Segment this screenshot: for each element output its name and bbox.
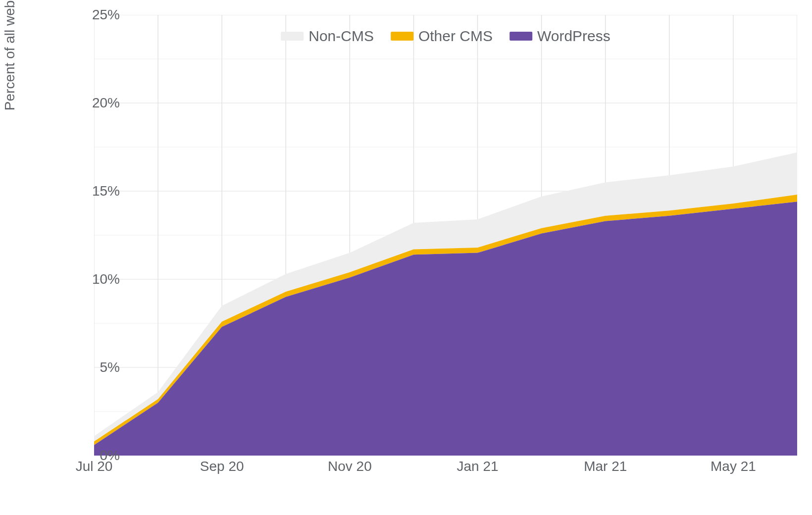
y-axis-label: Percent of all websites that use native …	[2, 0, 18, 110]
chart: Percent of all websites that use native …	[10, 10, 802, 505]
y-tick-label: 20%	[92, 95, 124, 111]
legend-swatch	[391, 32, 413, 41]
legend-item: Other CMS	[391, 28, 493, 45]
x-tick-label: Mar 21	[584, 459, 627, 474]
legend-item: WordPress	[509, 28, 610, 45]
legend-swatch	[281, 32, 304, 41]
legend-label: Other CMS	[418, 28, 493, 45]
x-tick-label: Jan 21	[457, 459, 498, 474]
x-tick-label: May 21	[710, 459, 756, 474]
legend-label: Non-CMS	[308, 28, 374, 45]
y-tick-label: 15%	[92, 183, 124, 199]
legend-swatch	[509, 32, 532, 41]
y-tick-label: 5%	[100, 360, 124, 375]
x-tick-label: Sep 20	[200, 459, 244, 474]
legend-label: WordPress	[537, 28, 610, 45]
x-tick-label: Jul 20	[76, 459, 113, 474]
plot-svg	[94, 15, 797, 456]
plot-wrap: Non-CMSOther CMSWordPress 0%5%10%15%20%2…	[59, 15, 797, 475]
y-tick-label: 25%	[92, 7, 124, 23]
y-tick-label: 10%	[92, 271, 124, 287]
legend-item: Non-CMS	[281, 28, 374, 45]
x-tick-label: Nov 20	[328, 459, 372, 474]
legend: Non-CMSOther CMSWordPress	[277, 26, 614, 47]
plot-area: Non-CMSOther CMSWordPress 0%5%10%15%20%2…	[94, 15, 797, 456]
